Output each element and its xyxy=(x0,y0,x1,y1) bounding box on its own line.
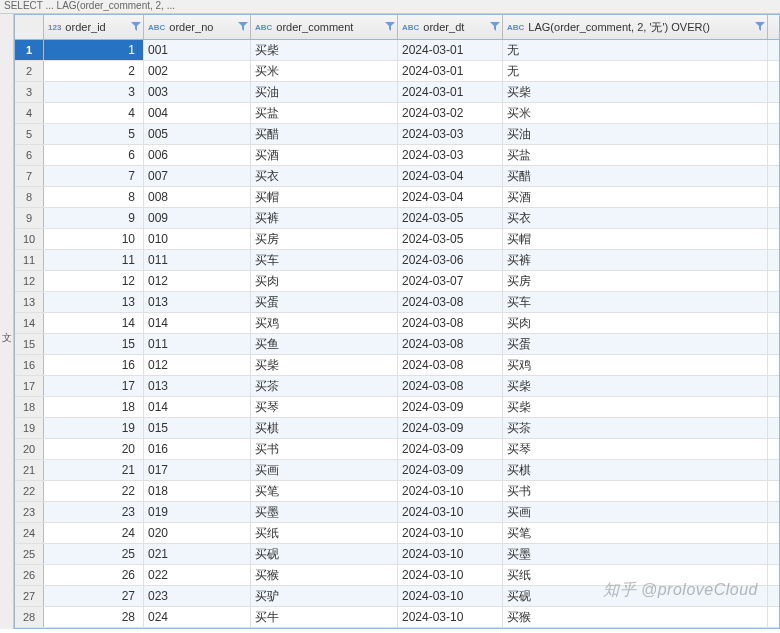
cell[interactable]: 买砚 xyxy=(503,586,768,606)
cell[interactable]: 买鸡 xyxy=(251,313,398,333)
row-number[interactable]: 25 xyxy=(15,544,44,564)
cell[interactable]: 买柴 xyxy=(503,82,768,102)
cell[interactable]: 买肉 xyxy=(251,271,398,291)
cell[interactable]: 2024-03-09 xyxy=(398,397,503,417)
cell[interactable]: 14 xyxy=(44,313,144,333)
cell[interactable]: 买墨 xyxy=(251,502,398,522)
cell[interactable]: 4 xyxy=(44,103,144,123)
table-row[interactable]: 1313013买蛋2024-03-08买车 xyxy=(15,292,779,313)
filter-icon[interactable] xyxy=(131,22,141,32)
cell[interactable]: 014 xyxy=(144,397,251,417)
row-number[interactable]: 13 xyxy=(15,292,44,312)
cell[interactable]: 2024-03-08 xyxy=(398,292,503,312)
cell[interactable]: 7 xyxy=(44,166,144,186)
cell[interactable]: 11 xyxy=(44,250,144,270)
row-number[interactable]: 9 xyxy=(15,208,44,228)
cell[interactable]: 2024-03-06 xyxy=(398,250,503,270)
cell[interactable]: 2024-03-10 xyxy=(398,565,503,585)
row-number[interactable]: 27 xyxy=(15,586,44,606)
cell[interactable]: 10 xyxy=(44,229,144,249)
cell[interactable]: 013 xyxy=(144,376,251,396)
table-row[interactable]: 88008买帽2024-03-04买酒 xyxy=(15,187,779,208)
row-number[interactable]: 16 xyxy=(15,355,44,375)
cell[interactable]: 2024-03-01 xyxy=(398,40,503,60)
row-number[interactable]: 22 xyxy=(15,481,44,501)
row-number[interactable]: 3 xyxy=(15,82,44,102)
cell[interactable]: 买裤 xyxy=(251,208,398,228)
row-number[interactable]: 6 xyxy=(15,145,44,165)
table-row[interactable]: 2020016买书2024-03-09买琴 xyxy=(15,439,779,460)
cell[interactable]: 买衣 xyxy=(503,208,768,228)
cell[interactable]: 011 xyxy=(144,250,251,270)
table-row[interactable]: 1111011买车2024-03-06买裤 xyxy=(15,250,779,271)
cell[interactable]: 买酒 xyxy=(503,187,768,207)
cell[interactable]: 买帽 xyxy=(251,187,398,207)
cell[interactable]: 009 xyxy=(144,208,251,228)
cell[interactable]: 022 xyxy=(144,565,251,585)
cell[interactable]: 3 xyxy=(44,82,144,102)
cell[interactable]: 016 xyxy=(144,439,251,459)
cell[interactable]: 买油 xyxy=(251,82,398,102)
table-row[interactable]: 2525021买砚2024-03-10买墨 xyxy=(15,544,779,565)
cell[interactable]: 买裤 xyxy=(503,250,768,270)
cell[interactable]: 买车 xyxy=(503,292,768,312)
cell[interactable]: 2024-03-01 xyxy=(398,82,503,102)
cell[interactable]: 007 xyxy=(144,166,251,186)
cell[interactable]: 买琴 xyxy=(503,439,768,459)
row-number[interactable]: 21 xyxy=(15,460,44,480)
cell[interactable]: 买画 xyxy=(251,460,398,480)
cell[interactable]: 017 xyxy=(144,460,251,480)
cell[interactable]: 2 xyxy=(44,61,144,81)
table-row[interactable]: 33003买油2024-03-01买柴 xyxy=(15,82,779,103)
side-tab[interactable]: 文 xyxy=(0,14,14,629)
cell[interactable]: 8 xyxy=(44,187,144,207)
row-number[interactable]: 20 xyxy=(15,439,44,459)
row-number[interactable]: 7 xyxy=(15,166,44,186)
cell[interactable]: 023 xyxy=(144,586,251,606)
table-row[interactable]: 1515011买鱼2024-03-08买蛋 xyxy=(15,334,779,355)
column-header-0[interactable]: 123order_id xyxy=(44,15,144,39)
cell[interactable]: 28 xyxy=(44,607,144,627)
cell[interactable]: 买笔 xyxy=(251,481,398,501)
row-number[interactable]: 15 xyxy=(15,334,44,354)
cell[interactable]: 买笔 xyxy=(503,523,768,543)
cell[interactable]: 买房 xyxy=(251,229,398,249)
cell[interactable]: 买驴 xyxy=(251,586,398,606)
row-number[interactable]: 11 xyxy=(15,250,44,270)
cell[interactable]: 买醋 xyxy=(251,124,398,144)
row-number[interactable]: 1 xyxy=(15,40,44,60)
table-row[interactable]: 2727023买驴2024-03-10买砚 xyxy=(15,586,779,607)
column-header-2[interactable]: ABCorder_comment xyxy=(251,15,398,39)
table-row[interactable]: 66006买酒2024-03-03买盐 xyxy=(15,145,779,166)
cell[interactable]: 004 xyxy=(144,103,251,123)
row-number[interactable]: 5 xyxy=(15,124,44,144)
cell[interactable]: 9 xyxy=(44,208,144,228)
cell[interactable]: 2024-03-10 xyxy=(398,607,503,627)
cell[interactable]: 17 xyxy=(44,376,144,396)
filter-icon[interactable] xyxy=(385,22,395,32)
cell[interactable]: 买盐 xyxy=(503,145,768,165)
cell[interactable]: 018 xyxy=(144,481,251,501)
cell[interactable]: 27 xyxy=(44,586,144,606)
cell[interactable]: 买醋 xyxy=(503,166,768,186)
cell[interactable]: 2024-03-09 xyxy=(398,460,503,480)
cell[interactable]: 005 xyxy=(144,124,251,144)
cell[interactable]: 买书 xyxy=(251,439,398,459)
cell[interactable]: 2024-03-10 xyxy=(398,586,503,606)
cell[interactable]: 2024-03-04 xyxy=(398,187,503,207)
row-number[interactable]: 14 xyxy=(15,313,44,333)
cell[interactable]: 008 xyxy=(144,187,251,207)
cell[interactable]: 26 xyxy=(44,565,144,585)
cell[interactable]: 买柴 xyxy=(251,355,398,375)
cell[interactable]: 买画 xyxy=(503,502,768,522)
cell[interactable]: 021 xyxy=(144,544,251,564)
row-number[interactable]: 26 xyxy=(15,565,44,585)
table-row[interactable]: 22002买米2024-03-01无 xyxy=(15,61,779,82)
cell[interactable]: 15 xyxy=(44,334,144,354)
cell[interactable]: 003 xyxy=(144,82,251,102)
column-header-3[interactable]: ABCorder_dt xyxy=(398,15,503,39)
cell[interactable]: 21 xyxy=(44,460,144,480)
cell[interactable]: 024 xyxy=(144,607,251,627)
cell[interactable]: 20 xyxy=(44,439,144,459)
cell[interactable]: 6 xyxy=(44,145,144,165)
